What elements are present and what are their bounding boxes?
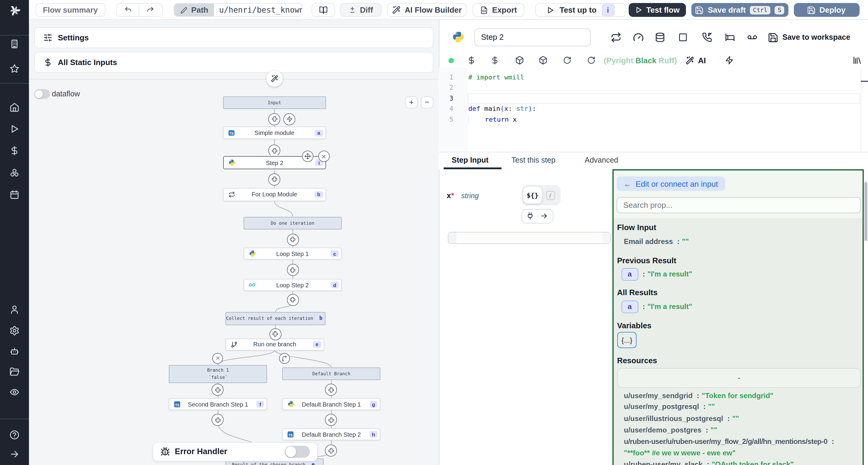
sidebar-item-home[interactable] xyxy=(9,102,20,112)
plug-icon[interactable] xyxy=(527,212,534,220)
graph-node-collect-result[interactable]: Collect result of each iteration b xyxy=(225,312,326,325)
early-stop-square-icon[interactable] xyxy=(678,33,688,42)
arg-value-input[interactable] xyxy=(448,232,610,244)
sidebar-item-users[interactable] xyxy=(9,304,20,315)
sidebar-item-folders[interactable] xyxy=(9,367,20,377)
javascript-mode-button[interactable]: ƒ xyxy=(546,191,555,200)
resource-row-6[interactable]: u/ruben-user/my_slack:"OAuth token for s… xyxy=(624,460,794,465)
add-step-button-5[interactable] xyxy=(287,264,299,276)
sleep-bed-icon[interactable] xyxy=(725,32,735,42)
code-line-5[interactable]: return x xyxy=(468,114,517,125)
resources-dollar-icon[interactable] xyxy=(490,56,499,65)
graph-node-input[interactable]: Input xyxy=(223,96,326,109)
arrow-right-icon[interactable] xyxy=(540,212,548,220)
add-branch-button[interactable] xyxy=(279,353,290,364)
test-flow-button[interactable]: Test flow xyxy=(629,3,686,17)
sidebar-item-help[interactable] xyxy=(9,430,20,440)
package-icon[interactable] xyxy=(515,56,524,65)
deploy-button[interactable]: Deploy xyxy=(794,3,859,17)
variables-badge[interactable]: {...} xyxy=(617,332,637,348)
graph-node-branch1[interactable]: Branch 1 `false` xyxy=(169,365,267,383)
library-panel-icon[interactable] xyxy=(852,56,862,65)
move-step-handle[interactable] xyxy=(302,151,313,162)
mock-voicemail-icon[interactable] xyxy=(747,32,758,43)
flow-summary-button[interactable]: Flow summary xyxy=(35,3,105,17)
template-mode-button[interactable]: ${} xyxy=(523,187,542,204)
save-to-workspace-button[interactable]: Save to workspace xyxy=(768,32,850,42)
export-button[interactable]: Export xyxy=(472,3,524,17)
assistant-ruff-label: Ruff) xyxy=(658,56,677,65)
all-results-badge[interactable]: a xyxy=(621,301,638,313)
connect-panel-scrollbar[interactable] xyxy=(864,182,867,241)
sidebar-item-workspace[interactable] xyxy=(9,39,20,49)
reload-icon-2[interactable] xyxy=(587,56,596,64)
node-collect-badge: b xyxy=(317,315,325,322)
sidebar-item-variables[interactable] xyxy=(9,145,20,156)
add-step-button-6[interactable] xyxy=(287,294,299,306)
redo-button[interactable] xyxy=(139,3,163,17)
sidebar-item-audit-logs[interactable] xyxy=(9,387,20,397)
ai-flow-wand-button[interactable] xyxy=(267,70,283,87)
error-handler-toggle[interactable] xyxy=(284,445,310,458)
undo-button[interactable] xyxy=(116,3,140,17)
sidebar-item-favorites[interactable] xyxy=(9,64,20,74)
graph-node-loop-step2[interactable]: GO Loop Step 2 d xyxy=(243,279,342,291)
package-icon-2[interactable] xyxy=(538,56,548,65)
graph-node-default-branch-step1[interactable]: Default Branch Step 1 g xyxy=(282,398,381,410)
previous-result-badge[interactable]: a xyxy=(621,268,638,280)
cache-database-icon[interactable] xyxy=(655,32,665,42)
code-line-4[interactable]: def main(x: str): xyxy=(468,104,536,114)
sidebar-item-resources[interactable] xyxy=(9,168,20,178)
docs-button[interactable] xyxy=(312,3,335,17)
add-step-button-4[interactable] xyxy=(287,233,299,245)
previous-result-row[interactable]: a:"I'm a result" xyxy=(621,268,692,280)
suspend-phone-icon[interactable] xyxy=(702,32,712,42)
tab-step-input[interactable]: Step Input xyxy=(452,156,489,164)
graph-node-default-branch-step2[interactable]: TS Default Branch Step 2 h xyxy=(282,428,381,441)
diff-button[interactable]: Diff xyxy=(340,3,381,17)
add-step-button-7[interactable] xyxy=(270,328,281,340)
edit-or-connect-back-button[interactable]: ← Edit or connect an input xyxy=(616,176,725,191)
graph-node-for-loop[interactable]: For Loop Module b xyxy=(223,188,326,201)
edit-path-button[interactable]: Path xyxy=(175,4,214,16)
sidebar-expand-button[interactable] xyxy=(9,449,20,459)
ai-assistant-button[interactable]: AI xyxy=(685,56,706,65)
search-prop-input[interactable] xyxy=(617,197,861,213)
sidebar-item-workers[interactable] xyxy=(9,346,20,356)
graph-node-default-branch[interactable]: Default Branch xyxy=(282,367,381,380)
reload-icon[interactable] xyxy=(563,56,571,64)
delete-step-button[interactable] xyxy=(318,151,330,162)
graph-node-simple-module[interactable]: TS Simple module a xyxy=(223,127,326,139)
concurrency-gauge-icon[interactable] xyxy=(633,32,644,43)
resource-row-3[interactable]: u/user/illustrious_postgresql:"" xyxy=(624,414,739,423)
save-draft-button[interactable]: Save draft Ctrl S xyxy=(691,3,788,17)
resource-row-1[interactable]: u/user/my_sendgrid:"Token for sendgrid" xyxy=(624,391,773,400)
tab-test-this-step[interactable]: Test this step xyxy=(512,156,555,164)
resource-row-4[interactable]: u/user/demo_postgres:"" xyxy=(624,426,717,434)
graph-node-loop-step1[interactable]: Loop Step 1 c xyxy=(243,247,342,260)
graph-node-do-one-iteration[interactable]: Do one iteration xyxy=(243,217,342,230)
sidebar-item-settings[interactable] xyxy=(9,326,20,336)
test-up-to-button[interactable]: Test up to i xyxy=(535,3,626,17)
step-name-input[interactable] xyxy=(474,28,591,46)
lsp-status-dot xyxy=(448,58,454,63)
resource-row-2[interactable]: u/user/my_postgresql:"" xyxy=(624,402,715,411)
resources-empty-box[interactable]: - xyxy=(617,368,861,388)
instant-preview-zap-icon[interactable] xyxy=(724,56,734,65)
kbd-ctrl: Ctrl xyxy=(750,6,770,14)
path-input[interactable] xyxy=(214,4,302,16)
code-line-1[interactable]: # import wmill xyxy=(468,72,524,82)
flow-input-row[interactable]: Email address:"" xyxy=(624,237,689,246)
node-run-one-branch-label: Run one branch xyxy=(226,341,323,348)
graph-node-second-branch-step1[interactable]: TS Second Branch Step 1 f xyxy=(169,398,267,410)
ai-flow-builder-button[interactable]: AI Flow Builder xyxy=(387,3,467,17)
windmill-logo[interactable] xyxy=(8,3,22,20)
all-results-row[interactable]: a:"I'm a result" xyxy=(621,301,692,313)
graph-node-run-one-branch[interactable]: Run one branch e xyxy=(225,338,324,351)
sidebar-item-runs[interactable] xyxy=(9,124,20,134)
sidebar-item-schedules[interactable] xyxy=(9,190,20,200)
retry-icon[interactable] xyxy=(610,32,621,43)
tab-advanced[interactable]: Advanced xyxy=(585,156,618,164)
resource-row-5[interactable]: u/ruben-user/u/ruben-user/my_flow_2/g/al… xyxy=(624,437,836,446)
variables-dollar-icon[interactable] xyxy=(467,56,475,65)
